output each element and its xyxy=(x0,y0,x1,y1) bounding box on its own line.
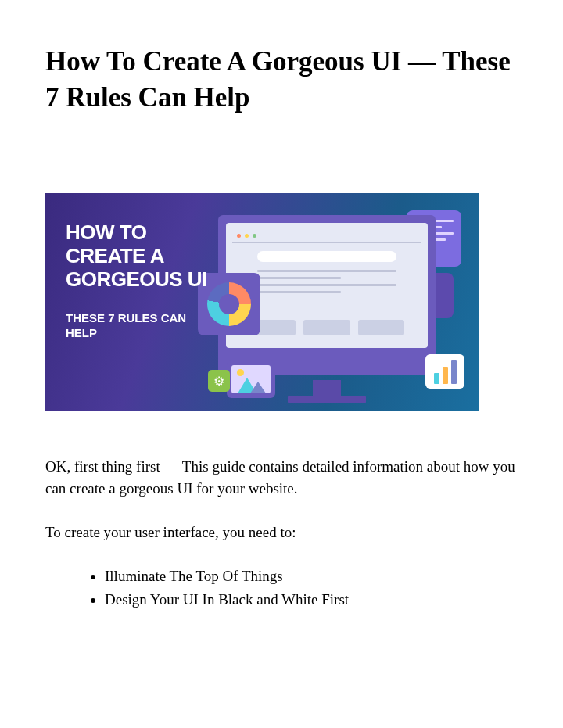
page-title: How To Create A Gorgeous UI — These 7 Ru… xyxy=(45,44,518,115)
gear-icon: ⚙ xyxy=(213,374,224,389)
gear-icon-card: ⚙ xyxy=(208,370,230,392)
hero-main-line-1: HOW TO xyxy=(66,221,222,245)
hero-main-line-3: GORGEOUS UI xyxy=(66,268,222,292)
hero-banner: ⚙ HOW TO CREATE A GORGEOUS UI THESE 7 RU… xyxy=(45,193,479,411)
list-item: Illuminate The Top Of Things xyxy=(105,565,518,587)
hero-text-block: HOW TO CREATE A GORGEOUS UI THESE 7 RULE… xyxy=(66,221,222,341)
bar-chart-card xyxy=(425,354,464,389)
intro-paragraph: OK, first thing first — This guide conta… xyxy=(45,456,518,500)
list-item: Design Your UI In Black and White First xyxy=(105,589,518,611)
hero-main-line-2: CREATE A xyxy=(66,245,222,268)
list-intro: To create your user interface, you need … xyxy=(45,522,518,543)
hero-sub-line-2: HELP xyxy=(66,326,222,341)
hero-sub-line-1: THESE 7 RULES CAN xyxy=(66,311,222,326)
image-placeholder-card xyxy=(227,360,275,398)
rules-list: Illuminate The Top Of Things Design Your… xyxy=(45,565,518,611)
